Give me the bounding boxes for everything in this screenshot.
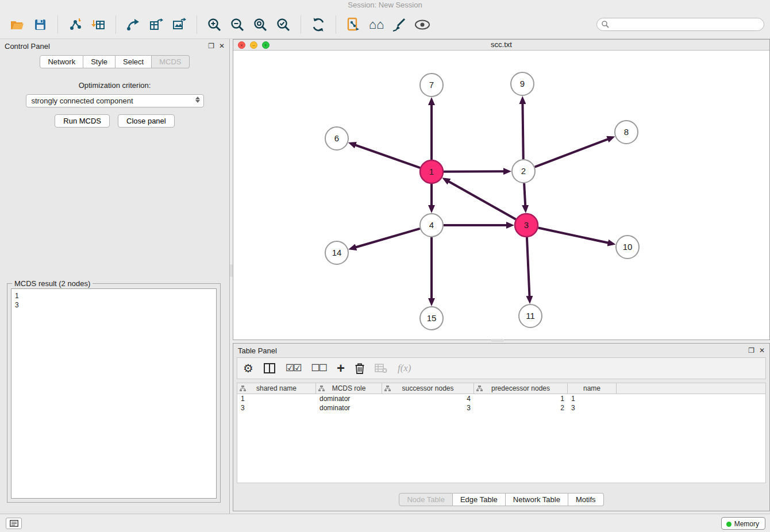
table-row[interactable]: 3 dominator 3 2 3	[237, 403, 765, 413]
tab-edge-table[interactable]: Edge Table	[453, 493, 506, 506]
close-window-button[interactable]: ×	[238, 41, 245, 49]
clone-network-button[interactable]	[342, 14, 365, 36]
selected-criterion: strongly connected component	[32, 97, 133, 105]
open-session-button[interactable]	[6, 14, 29, 36]
graph-edge-3-1[interactable]	[449, 182, 516, 219]
graph-node-2[interactable]: 2	[512, 160, 535, 183]
graph-edge-1-2[interactable]	[444, 171, 504, 172]
import-network-icon	[68, 18, 82, 32]
graph-node-label: 6	[334, 133, 339, 143]
paint-style-button[interactable]	[388, 14, 411, 36]
tab-network[interactable]: Network	[40, 55, 83, 68]
export-network-button[interactable]	[122, 14, 145, 36]
select-all-icon[interactable]: ☑☑	[286, 363, 301, 374]
export-image-button[interactable]	[168, 14, 191, 36]
graph-node-8[interactable]: 8	[615, 121, 638, 144]
memory-button[interactable]: Memory	[721, 517, 765, 530]
column-header-shared-name[interactable]: shared name	[237, 383, 316, 394]
status-bar: Memory	[0, 514, 770, 532]
graph-edge-2-3[interactable]	[524, 183, 525, 206]
paint-brush-icon	[392, 17, 407, 32]
toolbar-separator	[197, 16, 197, 34]
tab-motifs[interactable]: Motifs	[568, 493, 604, 506]
graph-node-11[interactable]: 11	[519, 304, 542, 327]
network-overview-button[interactable]: ⌂⌂	[365, 14, 388, 36]
tab-network-table[interactable]: Network Table	[506, 493, 568, 506]
save-floppy-icon	[34, 18, 47, 31]
close-panel-icon[interactable]: ✕	[219, 42, 225, 50]
zoom-selected-button[interactable]	[272, 14, 295, 36]
search-input[interactable]	[596, 18, 764, 31]
graph-edge-3-11[interactable]	[527, 237, 530, 296]
table-panel-title: Table Panel	[238, 346, 277, 355]
float-table-panel-icon[interactable]: ❐	[748, 346, 754, 354]
graph-edge-4-14[interactable]	[356, 229, 420, 248]
run-mcds-button[interactable]: Run MCDS	[55, 114, 110, 128]
refresh-layout-button[interactable]	[307, 14, 330, 36]
network-window-titlebar[interactable]: × − + scc.txt	[233, 40, 769, 51]
zoom-in-button[interactable]	[203, 14, 226, 36]
deselect-all-icon[interactable]: ☐☐	[311, 363, 326, 374]
table-row[interactable]: 1 dominator 4 1 1	[237, 394, 765, 403]
column-header-predecessor-nodes[interactable]: predecessor nodes	[474, 383, 568, 394]
export-table-button[interactable]	[145, 14, 168, 36]
optimization-criterion-select[interactable]: strongly connected component	[26, 94, 204, 107]
close-panel-button[interactable]: Close panel	[118, 114, 175, 128]
graph-node-9[interactable]: 9	[511, 72, 534, 95]
graph-edge-2-9[interactable]	[522, 103, 523, 159]
graph-node-15[interactable]: 15	[420, 307, 443, 330]
import-table-file-button[interactable]	[87, 14, 110, 36]
tab-node-table[interactable]: Node Table	[399, 493, 453, 506]
tab-style[interactable]: Style	[83, 55, 116, 68]
control-panel-tabs: Network Style Select MCDS	[40, 55, 189, 68]
tab-select[interactable]: Select	[116, 55, 152, 68]
graph-node-label: 15	[427, 313, 437, 323]
vertical-splitter-handle[interactable]	[230, 264, 233, 277]
close-table-panel-icon[interactable]: ✕	[759, 346, 765, 354]
float-panel-icon[interactable]: ❐	[208, 42, 214, 50]
graph-edge-3-10[interactable]	[538, 228, 609, 242]
delete-column-trash-icon[interactable]	[355, 363, 364, 374]
clone-network-icon	[346, 17, 361, 32]
column-header-successor-nodes[interactable]: successor nodes	[382, 383, 474, 394]
result-item[interactable]: 1	[15, 291, 213, 300]
toolbar-separator	[301, 16, 301, 34]
zoom-fit-button[interactable]	[249, 14, 272, 36]
graph-node-1[interactable]: 1	[420, 160, 443, 183]
column-header-name[interactable]: name	[568, 383, 617, 394]
zoom-out-button[interactable]	[226, 14, 249, 36]
horizontal-splitter-handle[interactable]	[491, 339, 504, 342]
graph-node-label: 2	[521, 166, 526, 176]
result-item[interactable]: 3	[15, 300, 213, 310]
graph-node-14[interactable]: 14	[325, 241, 348, 264]
minimize-window-button[interactable]: −	[250, 41, 257, 49]
table-toolbar: ⚙ ☑☑ ☐☐ + f(x)	[237, 357, 766, 379]
toolbar-separator	[57, 16, 58, 34]
add-column-icon[interactable]: +	[337, 363, 345, 373]
column-type-icon	[476, 385, 483, 392]
control-panel-title: Control Panel	[5, 42, 50, 51]
column-header-mcds-role[interactable]: MCDS role	[316, 383, 382, 394]
graph-node-10[interactable]: 10	[616, 236, 639, 259]
graph-node-label: 9	[520, 79, 525, 88]
save-session-button[interactable]	[29, 14, 52, 36]
table-settings-gear-icon[interactable]: ⚙	[243, 363, 253, 374]
show-graphics-details-button[interactable]	[411, 14, 434, 36]
show-columns-icon[interactable]	[264, 363, 275, 373]
export-image-icon	[172, 18, 186, 32]
graph-node-3[interactable]: 3	[515, 214, 538, 237]
graph-edge-1-6[interactable]	[355, 145, 420, 168]
import-network-file-button[interactable]	[64, 14, 87, 36]
task-history-button[interactable]	[6, 518, 22, 529]
import-table-icon	[91, 18, 105, 32]
graph-node-7[interactable]: 7	[420, 74, 443, 97]
export-table-icon	[149, 18, 163, 32]
zoom-out-icon	[230, 17, 245, 32]
graph-edge-2-8[interactable]	[535, 139, 609, 167]
graph-node-6[interactable]: 6	[325, 127, 348, 150]
network-canvas[interactable]: 7968124314101511	[233, 51, 769, 340]
mcds-result-list[interactable]: 1 3	[11, 288, 217, 499]
zoom-window-button[interactable]: +	[262, 41, 270, 49]
tab-mcds[interactable]: MCDS	[152, 55, 189, 68]
graph-node-4[interactable]: 4	[420, 214, 443, 237]
